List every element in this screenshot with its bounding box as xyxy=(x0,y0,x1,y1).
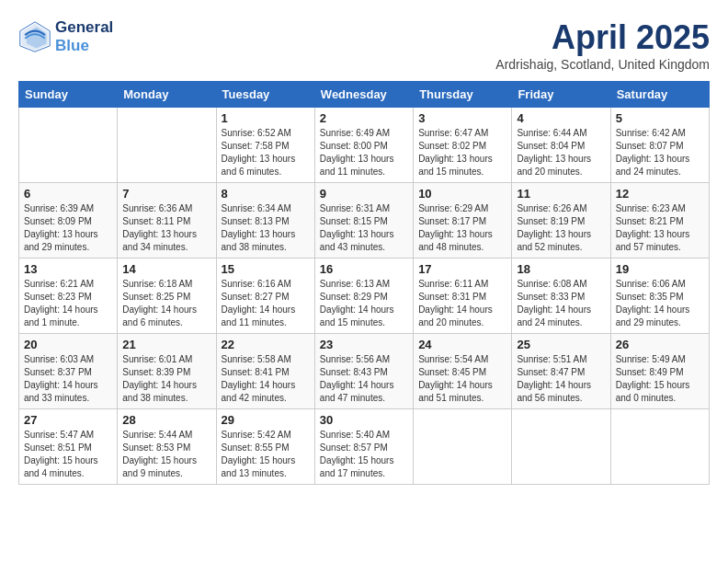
day-info: Sunrise: 6:06 AM Sunset: 8:35 PM Dayligh… xyxy=(616,278,704,329)
day-number: 3 xyxy=(418,111,506,125)
day-number: 20 xyxy=(24,338,112,351)
calendar-cell: 16Sunrise: 6:13 AM Sunset: 8:29 PM Dayli… xyxy=(314,259,413,334)
day-number: 8 xyxy=(222,187,310,201)
day-info: Sunrise: 6:29 AM Sunset: 8:17 PM Dayligh… xyxy=(418,202,506,254)
day-info: Sunrise: 5:56 AM Sunset: 8:43 PM Dayligh… xyxy=(320,353,408,405)
calendar-week-row: 13Sunrise: 6:21 AM Sunset: 8:23 PM Dayli… xyxy=(19,259,710,334)
day-info: Sunrise: 5:51 AM Sunset: 8:47 PM Dayligh… xyxy=(517,353,605,405)
calendar-cell: 30Sunrise: 5:40 AM Sunset: 8:57 PM Dayli… xyxy=(314,409,413,485)
calendar-cell: 2Sunrise: 6:49 AM Sunset: 8:00 PM Daylig… xyxy=(314,108,413,183)
calendar-cell: 24Sunrise: 5:54 AM Sunset: 8:45 PM Dayli… xyxy=(414,334,512,409)
calendar-cell: 23Sunrise: 5:56 AM Sunset: 8:43 PM Dayli… xyxy=(314,334,413,409)
day-info: Sunrise: 6:16 AM Sunset: 8:27 PM Dayligh… xyxy=(222,278,310,329)
calendar-cell: 18Sunrise: 6:08 AM Sunset: 8:33 PM Dayli… xyxy=(512,259,610,334)
calendar-cell: 1Sunrise: 6:52 AM Sunset: 7:58 PM Daylig… xyxy=(216,108,314,183)
day-info: Sunrise: 6:49 AM Sunset: 8:00 PM Dayligh… xyxy=(320,127,408,178)
calendar-cell: 25Sunrise: 5:51 AM Sunset: 8:47 PM Dayli… xyxy=(512,334,610,409)
day-info: Sunrise: 6:08 AM Sunset: 8:33 PM Dayligh… xyxy=(517,278,605,329)
title-block: April 2025 Ardrishaig, Scotland, United … xyxy=(495,18,710,72)
day-number: 28 xyxy=(122,413,210,427)
calendar-cell: 17Sunrise: 6:11 AM Sunset: 8:31 PM Dayli… xyxy=(414,259,512,334)
day-number: 22 xyxy=(222,338,310,351)
calendar-cell: 13Sunrise: 6:21 AM Sunset: 8:23 PM Dayli… xyxy=(19,259,118,334)
day-number: 19 xyxy=(616,262,704,276)
calendar-week-row: 6Sunrise: 6:39 AM Sunset: 8:09 PM Daylig… xyxy=(19,183,710,259)
day-info: Sunrise: 5:58 AM Sunset: 8:41 PM Dayligh… xyxy=(222,353,310,405)
calendar-cell: 14Sunrise: 6:18 AM Sunset: 8:25 PM Dayli… xyxy=(118,259,216,334)
calendar-cell: 28Sunrise: 5:44 AM Sunset: 8:53 PM Dayli… xyxy=(118,409,216,485)
day-info: Sunrise: 6:21 AM Sunset: 8:23 PM Dayligh… xyxy=(24,278,112,329)
day-info: Sunrise: 6:18 AM Sunset: 8:25 PM Dayligh… xyxy=(122,278,210,329)
day-info: Sunrise: 6:01 AM Sunset: 8:39 PM Dayligh… xyxy=(122,353,210,405)
day-info: Sunrise: 6:26 AM Sunset: 8:19 PM Dayligh… xyxy=(517,202,605,254)
day-number: 30 xyxy=(320,413,408,427)
calendar-week-row: 20Sunrise: 6:03 AM Sunset: 8:37 PM Dayli… xyxy=(19,334,710,409)
logo: General Blue xyxy=(18,18,113,55)
calendar-cell: 10Sunrise: 6:29 AM Sunset: 8:17 PM Dayli… xyxy=(414,183,512,259)
day-info: Sunrise: 6:52 AM Sunset: 7:58 PM Dayligh… xyxy=(222,127,310,178)
day-number: 27 xyxy=(24,413,112,427)
day-info: Sunrise: 6:42 AM Sunset: 8:07 PM Dayligh… xyxy=(616,127,704,178)
day-info: Sunrise: 5:49 AM Sunset: 8:49 PM Dayligh… xyxy=(616,353,704,405)
day-number: 23 xyxy=(320,338,408,351)
day-number: 24 xyxy=(418,338,506,351)
day-number: 16 xyxy=(320,262,408,276)
weekday-header: Monday xyxy=(118,82,216,108)
calendar-cell xyxy=(610,409,709,485)
month-title: April 2025 xyxy=(495,18,710,57)
day-info: Sunrise: 5:42 AM Sunset: 8:55 PM Dayligh… xyxy=(222,429,310,480)
calendar-cell xyxy=(512,409,610,485)
calendar-cell: 20Sunrise: 6:03 AM Sunset: 8:37 PM Dayli… xyxy=(19,334,118,409)
calendar-cell: 3Sunrise: 6:47 AM Sunset: 8:02 PM Daylig… xyxy=(414,108,512,183)
calendar-cell: 5Sunrise: 6:42 AM Sunset: 8:07 PM Daylig… xyxy=(610,108,709,183)
day-info: Sunrise: 6:34 AM Sunset: 8:13 PM Dayligh… xyxy=(222,202,310,254)
weekday-header: Wednesday xyxy=(314,82,413,108)
day-info: Sunrise: 5:40 AM Sunset: 8:57 PM Dayligh… xyxy=(320,429,408,480)
day-info: Sunrise: 5:44 AM Sunset: 8:53 PM Dayligh… xyxy=(122,429,210,480)
calendar-cell xyxy=(414,409,512,485)
calendar-cell: 22Sunrise: 5:58 AM Sunset: 8:41 PM Dayli… xyxy=(216,334,314,409)
day-number: 21 xyxy=(122,338,210,351)
day-number: 29 xyxy=(222,413,310,427)
calendar-cell: 9Sunrise: 6:31 AM Sunset: 8:15 PM Daylig… xyxy=(314,183,413,259)
calendar-week-row: 27Sunrise: 5:47 AM Sunset: 8:51 PM Dayli… xyxy=(19,409,710,485)
calendar-week-row: 1Sunrise: 6:52 AM Sunset: 7:58 PM Daylig… xyxy=(19,108,710,183)
calendar-cell: 26Sunrise: 5:49 AM Sunset: 8:49 PM Dayli… xyxy=(610,334,709,409)
day-info: Sunrise: 6:23 AM Sunset: 8:21 PM Dayligh… xyxy=(616,202,704,254)
day-number: 26 xyxy=(616,338,704,351)
calendar-cell: 27Sunrise: 5:47 AM Sunset: 8:51 PM Dayli… xyxy=(19,409,118,485)
day-info: Sunrise: 6:13 AM Sunset: 8:29 PM Dayligh… xyxy=(320,278,408,329)
calendar-cell xyxy=(19,108,118,183)
day-number: 13 xyxy=(24,262,112,276)
day-number: 17 xyxy=(418,262,506,276)
page-header: General Blue April 2025 Ardrishaig, Scot… xyxy=(18,18,710,72)
day-info: Sunrise: 6:36 AM Sunset: 8:11 PM Dayligh… xyxy=(122,202,210,254)
logo-icon xyxy=(18,20,51,53)
calendar-table: SundayMondayTuesdayWednesdayThursdayFrid… xyxy=(18,81,710,485)
weekday-header: Tuesday xyxy=(216,82,314,108)
calendar-cell: 12Sunrise: 6:23 AM Sunset: 8:21 PM Dayli… xyxy=(610,183,709,259)
day-number: 5 xyxy=(616,111,704,125)
weekday-header: Sunday xyxy=(19,82,118,108)
day-number: 12 xyxy=(616,187,704,201)
location: Ardrishaig, Scotland, United Kingdom xyxy=(495,57,710,72)
day-number: 14 xyxy=(122,262,210,276)
day-number: 2 xyxy=(320,111,408,125)
day-info: Sunrise: 6:47 AM Sunset: 8:02 PM Dayligh… xyxy=(418,127,506,178)
calendar-cell: 11Sunrise: 6:26 AM Sunset: 8:19 PM Dayli… xyxy=(512,183,610,259)
logo-text: General Blue xyxy=(55,18,113,55)
day-number: 9 xyxy=(320,187,408,201)
weekday-header: Thursday xyxy=(414,82,512,108)
calendar-cell xyxy=(118,108,216,183)
day-info: Sunrise: 6:11 AM Sunset: 8:31 PM Dayligh… xyxy=(418,278,506,329)
calendar-cell: 7Sunrise: 6:36 AM Sunset: 8:11 PM Daylig… xyxy=(118,183,216,259)
calendar-cell: 6Sunrise: 6:39 AM Sunset: 8:09 PM Daylig… xyxy=(19,183,118,259)
day-info: Sunrise: 5:54 AM Sunset: 8:45 PM Dayligh… xyxy=(418,353,506,405)
calendar-cell: 4Sunrise: 6:44 AM Sunset: 8:04 PM Daylig… xyxy=(512,108,610,183)
day-number: 1 xyxy=(222,111,310,125)
calendar-cell: 15Sunrise: 6:16 AM Sunset: 8:27 PM Dayli… xyxy=(216,259,314,334)
day-number: 18 xyxy=(517,262,605,276)
day-info: Sunrise: 6:39 AM Sunset: 8:09 PM Dayligh… xyxy=(24,202,112,254)
day-number: 7 xyxy=(122,187,210,201)
calendar-cell: 19Sunrise: 6:06 AM Sunset: 8:35 PM Dayli… xyxy=(610,259,709,334)
